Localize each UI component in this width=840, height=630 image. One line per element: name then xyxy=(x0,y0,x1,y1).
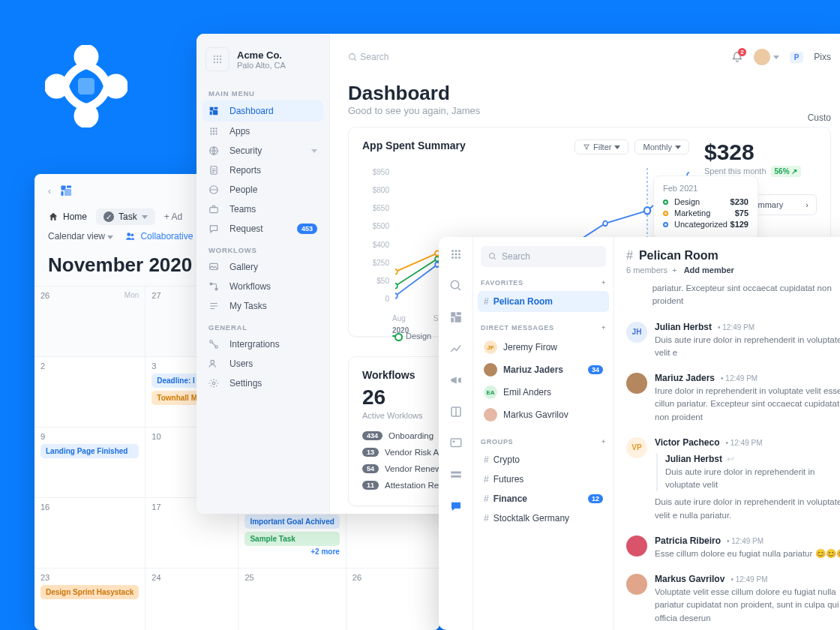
workspace-badge[interactable]: P xyxy=(790,52,804,63)
group-item[interactable]: #Stocktalk Germany xyxy=(481,508,606,528)
svg-point-77 xyxy=(452,256,454,259)
back-icon[interactable]: ‹ xyxy=(48,186,51,196)
svg-point-72 xyxy=(454,250,457,252)
workspace-label: Pixs xyxy=(814,52,831,62)
search-input[interactable]: Search xyxy=(348,52,388,62)
svg-point-18 xyxy=(217,62,218,63)
view-switch[interactable]: Calendar view xyxy=(48,231,113,242)
svg-point-71 xyxy=(452,250,454,252)
svg-rect-84 xyxy=(454,316,460,322)
breadcrumb-task[interactable]: ✓ Task xyxy=(96,208,155,225)
more-events-link[interactable]: +2 more xyxy=(244,548,339,556)
svg-point-17 xyxy=(214,62,215,63)
filter-button[interactable]: Filter xyxy=(574,140,628,154)
kpi-label: Spent this month xyxy=(704,166,766,176)
grid-icon[interactable] xyxy=(449,248,463,261)
add-dm-button[interactable]: + xyxy=(602,324,606,332)
sidebar-item-teams[interactable]: Teams xyxy=(196,200,329,219)
avatar xyxy=(626,574,647,595)
dm-item[interactable]: Markus Gavrilov xyxy=(481,404,606,426)
dashboard-icon xyxy=(208,106,219,116)
sidebar-item-gallery[interactable]: Gallery xyxy=(196,257,329,277)
book-icon[interactable] xyxy=(449,405,463,418)
svg-rect-6 xyxy=(67,186,71,188)
add-favorite-button[interactable]: + xyxy=(602,279,606,286)
home-icon xyxy=(48,212,58,222)
group-item[interactable]: #Futures xyxy=(481,470,606,489)
add-member-button[interactable]: + Add member xyxy=(672,266,734,274)
sidebar-item-apps[interactable]: Apps xyxy=(196,122,329,141)
svg-point-14 xyxy=(214,58,215,60)
svg-rect-83 xyxy=(451,318,454,322)
sidebar-item-integrations[interactable]: Intergrations xyxy=(196,334,329,354)
sidebar-item-users[interactable]: Users xyxy=(196,354,329,374)
dm-item[interactable]: JFJeremy Firow xyxy=(481,336,606,358)
period-button[interactable]: Monthly xyxy=(634,140,689,154)
dm-item[interactable]: Mariuz Jaders34 xyxy=(481,358,606,381)
kpi-value: $328 xyxy=(704,140,817,165)
chat-search-input[interactable]: Search xyxy=(481,246,606,267)
sidebar-section-label: GENERAL xyxy=(196,316,329,334)
sidebar-item-workflows[interactable]: Workflows xyxy=(196,277,329,296)
people-icon xyxy=(125,231,136,242)
svg-point-67 xyxy=(603,221,608,226)
svg-rect-7 xyxy=(62,191,64,196)
svg-point-19 xyxy=(220,62,221,63)
sidebar-item-settings[interactable]: Settings xyxy=(196,374,329,393)
event-chip[interactable]: Important Goal Achived xyxy=(244,514,339,529)
reply-icon: ↩ xyxy=(727,454,734,464)
svg-rect-88 xyxy=(451,472,461,474)
chat-sidebar: Search FAVORITES+ #Pelican Room DIRECT M… xyxy=(473,237,614,630)
dm-item[interactable]: EAEmil Anders xyxy=(481,381,606,404)
company-switcher[interactable]: Acme Co. Palo Alto, CA xyxy=(196,34,329,82)
svg-point-16 xyxy=(220,58,221,60)
request-badge: 453 xyxy=(297,224,317,234)
event-chip[interactable]: Landing Page Finished xyxy=(40,444,139,458)
dashboard-icon[interactable] xyxy=(449,310,463,324)
layers-icon[interactable] xyxy=(449,468,463,482)
group-item[interactable]: #Finance12 xyxy=(481,489,606,508)
filter-icon xyxy=(583,143,590,151)
svg-point-80 xyxy=(451,280,459,289)
megaphone-icon[interactable] xyxy=(449,374,463,387)
trend-icon[interactable] xyxy=(449,342,463,356)
chat-icon[interactable] xyxy=(449,500,463,513)
svg-rect-82 xyxy=(456,312,460,315)
svg-rect-89 xyxy=(451,476,461,478)
sidebar-item-dashboard[interactable]: Dashboard xyxy=(202,100,323,122)
sidebar-section-label: WORKLOWS xyxy=(196,238,329,257)
svg-point-74 xyxy=(452,254,454,256)
page-subtitle: Good to see you again, James xyxy=(348,105,831,116)
chart-tooltip: Feb 2021Design$230Marketing$75Uncategori… xyxy=(653,176,758,239)
breadcrumb-home[interactable]: Home xyxy=(48,212,87,222)
image-icon[interactable] xyxy=(449,436,463,450)
sidebar-item-people[interactable]: People xyxy=(196,180,329,200)
clipboard-icon xyxy=(208,165,219,176)
svg-rect-39 xyxy=(215,288,218,291)
event-chip[interactable]: Design Sprint Hasystack xyxy=(40,585,139,599)
user-menu[interactable] xyxy=(754,49,779,65)
notifications-button[interactable]: 2 xyxy=(731,51,743,63)
chat-channel-pelican[interactable]: #Pelican Room xyxy=(478,291,609,312)
avatar xyxy=(626,373,647,394)
add-group-button[interactable]: + xyxy=(602,438,606,446)
group-item[interactable]: #Crypto xyxy=(481,450,606,470)
svg-rect-22 xyxy=(210,112,212,116)
sidebar-item-security[interactable]: Security xyxy=(196,141,329,160)
product-logo xyxy=(45,45,128,128)
avatar xyxy=(754,49,770,65)
sidebar-item-mytasks[interactable]: My Tasks xyxy=(196,296,329,316)
add-button[interactable]: + Ad xyxy=(164,212,182,222)
sidebar-item-reports[interactable]: Reports xyxy=(196,160,329,180)
search-icon[interactable] xyxy=(449,279,463,292)
sidebar-item-request[interactable]: Request 453 xyxy=(196,219,329,238)
svg-point-25 xyxy=(213,128,214,129)
svg-point-32 xyxy=(215,133,217,134)
globe-icon xyxy=(208,146,219,156)
collab-filter[interactable]: Collaborative xyxy=(125,231,193,242)
customize-button[interactable]: Custo xyxy=(808,112,831,123)
svg-point-26 xyxy=(215,128,217,129)
branch-icon xyxy=(208,339,219,350)
svg-rect-86 xyxy=(451,439,461,447)
event-chip[interactable]: Sample Task xyxy=(244,532,339,546)
